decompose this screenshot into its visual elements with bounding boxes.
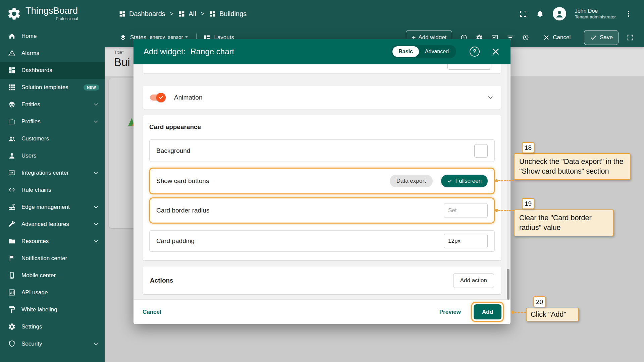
dialog-body: Animation Card appearance Background Sho… [133, 64, 511, 300]
sidebar-item-settings[interactable]: Settings [0, 318, 105, 335]
breadcrumb-all[interactable]: All [178, 10, 196, 18]
connector-line-20 [515, 312, 526, 313]
dialog-scrollbar-thumb[interactable] [507, 269, 509, 300]
sidebar-item-mobile-center[interactable]: Mobile center [0, 267, 105, 284]
show-card-buttons-row: Show card buttons Data export Fullscreen [149, 168, 495, 194]
user-info[interactable]: John Doe Tenant administrator [575, 8, 616, 20]
connector-dot-20 [511, 311, 514, 314]
breadcrumb-separator: > [201, 10, 205, 17]
sidebar-item-label: Edge management [21, 204, 70, 210]
sidebar-item-entities[interactable]: Entities [0, 96, 105, 113]
basic-advanced-toggle: Basic Advanced [391, 45, 456, 58]
sidebar-item-white-labeling[interactable]: White labeling [0, 301, 105, 318]
sidebar-item-home[interactable]: Home [0, 27, 105, 45]
connector-line-19 [498, 210, 514, 211]
chevron-down-icon [93, 341, 99, 347]
card-appearance-title: Card appearance [149, 123, 495, 131]
background-row: Background [149, 139, 495, 162]
cancel-edit-button[interactable]: Cancel [537, 31, 576, 45]
breadcrumb-separator: > [170, 10, 174, 17]
background-color-swatch[interactable] [474, 144, 488, 158]
add-button[interactable]: Add [474, 304, 501, 319]
save-button[interactable]: Save [584, 30, 619, 45]
sidebar-item-label: Notification center [21, 255, 67, 262]
expand-fullscreen-icon[interactable] [627, 34, 634, 41]
sidebar-item-resources[interactable]: Resources [0, 233, 105, 250]
card-padding-input[interactable] [444, 234, 488, 248]
step-badge-19: 19 [522, 198, 534, 209]
cancel-label: Cancel [553, 34, 571, 41]
chevron-down-icon[interactable] [487, 94, 494, 101]
user-avatar[interactable] [553, 7, 566, 20]
partial-input[interactable] [447, 64, 491, 70]
version-history-icon[interactable] [522, 34, 529, 41]
sidebar-item-advanced-features[interactable]: Advanced features [0, 216, 105, 233]
logo[interactable]: ThingsBoard Professional [0, 0, 105, 27]
close-x-icon [543, 34, 550, 41]
breadcrumb-buildings[interactable]: Buildings [209, 10, 247, 18]
breadcrumb: Dashboards > All > Buildings [119, 10, 247, 18]
home-icon [8, 32, 16, 40]
sidebar-item-users[interactable]: Users [0, 147, 105, 164]
dashboards-icon [209, 10, 216, 17]
sidebar-nav: Home Alarms Dashboards Solution template… [0, 27, 105, 352]
sidebar-item-rule-chains[interactable]: Rule chains [0, 181, 105, 198]
add-action-button[interactable]: Add action [453, 273, 494, 288]
check-icon [159, 95, 164, 100]
step-badge-18: 18 [522, 142, 534, 153]
data-export-chip[interactable]: Data export [390, 175, 433, 187]
scrolled-section-partial [143, 64, 501, 73]
sidebar-item-customers[interactable]: Customers [0, 130, 105, 147]
dialog-cancel-button[interactable]: Cancel [143, 309, 161, 315]
sidebar-item-security[interactable]: Security [0, 335, 105, 352]
notifications-bell-icon[interactable] [536, 10, 544, 18]
more-vert-icon[interactable] [625, 10, 633, 18]
card-border-radius-input[interactable] [444, 203, 488, 218]
tab-basic[interactable]: Basic [392, 46, 419, 57]
sidebar-item-label: Customers [21, 135, 49, 142]
sidebar-item-label: Alarms [21, 50, 39, 57]
animation-section: Animation [143, 86, 501, 109]
sidebar-item-solution-templates[interactable]: Solution templates NEW [0, 79, 105, 96]
card-border-radius-label: Card border radius [156, 207, 209, 214]
sidebar-item-alarms[interactable]: Alarms [0, 45, 105, 62]
sidebar-item-label: Mobile center [21, 272, 56, 279]
show-card-buttons-label: Show card buttons [156, 177, 209, 185]
close-dialog-icon[interactable] [491, 47, 500, 56]
dialog-title-name: Range chart [190, 47, 234, 56]
help-button[interactable]: ? [470, 47, 480, 57]
states-icon [119, 34, 127, 41]
animation-label: Animation [174, 94, 203, 101]
data-export-chip-label: Data export [396, 178, 426, 184]
sidebar-item-profiles[interactable]: Profiles [0, 113, 105, 130]
integrations-icon [8, 169, 16, 177]
connector-dot-18 [495, 179, 498, 182]
chevron-down-icon [93, 170, 99, 176]
breadcrumb-dashboards[interactable]: Dashboards [119, 10, 165, 18]
thingsboard-app: ThingsBoard Professional Home Alarms Das… [0, 0, 644, 362]
sidebar-item-notification-center[interactable]: Notification center [0, 250, 105, 267]
animation-toggle[interactable] [150, 95, 165, 101]
sidebar-item-integrations-center[interactable]: Integrations center [0, 164, 105, 181]
add-widget-dialog: Add widget: Range chart Basic Advanced ? [133, 39, 511, 324]
new-badge: NEW [84, 84, 99, 90]
entities-icon [8, 101, 16, 108]
sidebar-item-dashboards[interactable]: Dashboards [0, 62, 105, 79]
resources-icon [8, 237, 16, 245]
alarms-icon [8, 49, 16, 57]
fullscreen-icon[interactable] [519, 10, 527, 18]
user-role: Tenant administrator [575, 14, 616, 20]
step-badge-20: 20 [533, 296, 546, 307]
save-label: Save [600, 34, 613, 41]
sidebar-item-label: Advanced features [21, 221, 69, 228]
chevron-down-icon [93, 204, 99, 210]
dialog-title-prefix: Add widget: [144, 47, 185, 56]
fullscreen-chip[interactable]: Fullscreen [441, 175, 488, 187]
solution-templates-icon [8, 83, 16, 91]
tab-advanced[interactable]: Advanced [419, 46, 455, 57]
preview-button[interactable]: Preview [439, 309, 461, 315]
sidebar-item-api-usage[interactable]: API usage [0, 284, 105, 301]
chevron-down-icon [93, 101, 99, 108]
sidebar-item-edge-management[interactable]: Edge management [0, 198, 105, 216]
breadcrumb-label: All [189, 10, 196, 18]
